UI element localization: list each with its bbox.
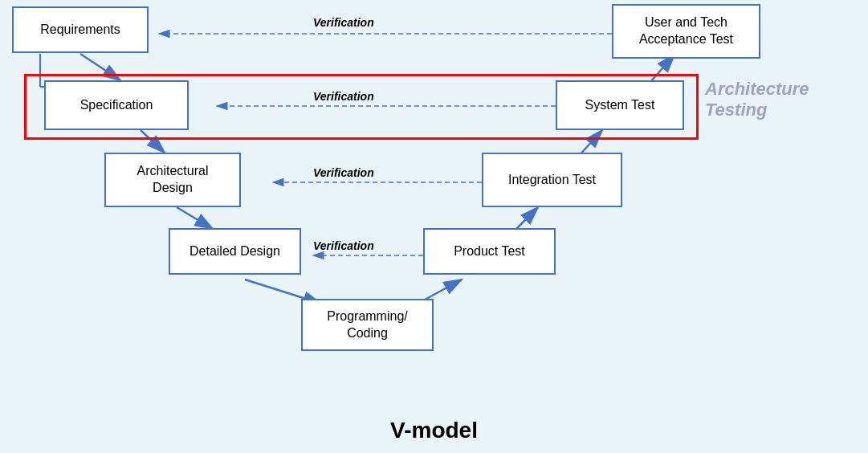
user-acceptance-label: User and TechAcceptance Test — [639, 14, 733, 48]
requirements-label: Requirements — [40, 22, 120, 39]
verification-label-3: Verification — [313, 166, 374, 179]
integration-test-label: Integration Test — [508, 172, 596, 189]
integration-test-box: Integration Test — [482, 153, 622, 207]
svg-line-7 — [141, 130, 165, 153]
system-test-label: System Test — [585, 97, 655, 114]
programming-label: Programming/Coding — [327, 308, 407, 342]
architectural-design-box: ArchitecturalDesign — [104, 153, 241, 207]
specification-label: Specification — [80, 97, 153, 114]
detailed-design-box: Detailed Design — [169, 228, 301, 275]
programming-box: Programming/Coding — [301, 299, 434, 351]
verification-label-1: Verification — [313, 16, 374, 29]
architectural-design-label: ArchitecturalDesign — [137, 163, 209, 197]
product-test-box: Product Test — [423, 228, 556, 275]
svg-line-6 — [80, 54, 120, 80]
v-model-diagram: Requirements User and TechAcceptance Tes… — [0, 0, 868, 410]
verification-label-4: Verification — [313, 239, 374, 252]
specification-box: Specification — [44, 80, 189, 130]
detailed-design-label: Detailed Design — [189, 243, 280, 260]
verification-label-2: Verification — [313, 90, 374, 103]
system-test-box: System Test — [556, 80, 684, 130]
svg-line-8 — [177, 207, 213, 229]
user-acceptance-box: User and TechAcceptance Test — [612, 4, 760, 59]
architecture-testing-label: Architecture Testing — [705, 79, 868, 121]
svg-line-13 — [650, 55, 674, 82]
product-test-label: Product Test — [454, 243, 525, 260]
requirements-box: Requirements — [12, 6, 149, 53]
diagram-title: V-model — [0, 410, 868, 447]
